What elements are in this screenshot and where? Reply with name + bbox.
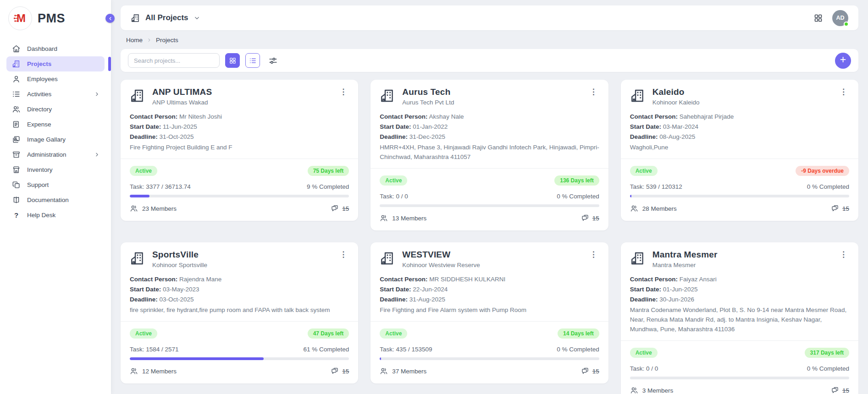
grid-view-button[interactable]	[225, 53, 240, 68]
project-details: Contact Person: Faiyaz Ansari Start Date…	[630, 274, 849, 334]
deadline-value: 30-Jun-2026	[659, 296, 694, 303]
divider	[621, 340, 858, 341]
home-icon	[12, 44, 21, 53]
receipt-icon	[12, 120, 21, 129]
users-icon	[130, 204, 138, 213]
divider	[621, 159, 858, 159]
start-date-value: 03-May-2023	[163, 286, 199, 293]
chat-button[interactable]: 15	[331, 204, 349, 213]
building-icon	[380, 251, 395, 266]
messages-icon	[581, 367, 589, 375]
breadcrumb-projects[interactable]: Projects	[156, 37, 178, 44]
divider	[370, 168, 608, 169]
chat-button[interactable]: 15	[831, 386, 849, 394]
sidebar-item-administration[interactable]: Administration	[6, 147, 105, 162]
kebab-menu-button[interactable]: ⋮	[838, 87, 849, 97]
list-view-button[interactable]	[245, 53, 260, 68]
apps-grid-button[interactable]	[813, 13, 823, 23]
progress-bar	[380, 357, 599, 360]
users-icon	[12, 105, 21, 114]
status-badge: Active	[130, 166, 157, 176]
deadline-value: 31-Oct-2025	[160, 133, 194, 140]
chat-count: 15	[342, 368, 349, 375]
contact-person-value: MR SIDDHESH KULKARNI	[429, 276, 505, 283]
sidebar-item-employees[interactable]: Employees	[6, 71, 105, 87]
sidebar-item-dashboard[interactable]: Dashboard	[6, 41, 105, 56]
project-card-anp-ultimas[interactable]: ANP ULTIMAS ANP Ultimas Wakad ⋮ Contact …	[121, 80, 358, 221]
kebab-menu-button[interactable]: ⋮	[838, 250, 849, 259]
chat-button[interactable]: 15	[581, 367, 599, 375]
project-subtitle: Aurus Tech Pvt Ltd	[402, 99, 454, 106]
page-title: All Projects	[145, 13, 188, 22]
messages-icon	[331, 367, 339, 375]
progress-bar	[630, 377, 849, 379]
status-badge: Active	[630, 166, 658, 176]
kebab-menu-button[interactable]: ⋮	[337, 250, 349, 259]
users-icon	[130, 367, 138, 375]
project-description: Fire Fighting and Fire Alarm system with…	[380, 305, 599, 315]
images-icon	[12, 135, 21, 144]
project-description: Fire Fighting Project Building E and F	[130, 142, 349, 152]
task-count: Task: 539 / 120312	[630, 183, 682, 190]
chat-button[interactable]: 15	[581, 214, 599, 222]
project-details: Contact Person: Mr Nitesh Joshi Start Da…	[130, 112, 349, 152]
progress-bar	[130, 357, 349, 360]
app-root: M PMS Dashboard Projects Employees	[0, 0, 868, 394]
progress-fill	[630, 195, 632, 197]
sidebar-item-documentation[interactable]: Documentation	[6, 192, 105, 208]
breadcrumb-home[interactable]: Home	[126, 37, 143, 44]
list-icon	[12, 90, 21, 98]
sidebar-item-help-desk[interactable]: ? Help Desk	[6, 208, 105, 223]
start-date-value: 03-Mar-2024	[663, 123, 698, 130]
status-badge: Active	[380, 328, 407, 339]
completed-percent: 61 % Completed	[304, 346, 349, 353]
project-card-kaleido[interactable]: Kaleido Kohinoor Kaleido ⋮ Contact Perso…	[621, 80, 858, 221]
kebab-menu-button[interactable]: ⋮	[588, 87, 599, 97]
members-count: 3 Members	[630, 386, 674, 394]
users-icon	[380, 367, 388, 375]
sidebar-item-activities[interactable]: Activities	[6, 87, 105, 102]
filter-sliders-button[interactable]	[265, 53, 280, 68]
project-details: Contact Person: Sahebhajrat Pirjade Star…	[630, 112, 849, 152]
project-card-aurus-tech[interactable]: Aurus Tech Aurus Tech Pvt Ltd ⋮ Contact …	[370, 80, 608, 230]
add-project-button[interactable]: +	[835, 53, 851, 69]
task-count: Task: 1584 / 2571	[130, 346, 179, 353]
sidebar-item-image-gallery[interactable]: Image Gallary	[6, 132, 105, 147]
contact-person-value: Rajendra Mane	[179, 276, 221, 283]
project-card-sportsville[interactable]: SportsVille Kohinoor Sportsville ⋮ Conta…	[121, 242, 358, 383]
sidebar-item-projects[interactable]: Projects	[6, 56, 105, 71]
contact-person-value: Faiyaz Ansari	[680, 276, 717, 283]
days-left-badge: 47 Days left	[308, 328, 349, 339]
sidebar-item-inventory[interactable]: Inventory	[6, 162, 105, 177]
chat-button[interactable]: 15	[331, 367, 349, 375]
deadline-value: 03-Oct-2025	[160, 296, 194, 303]
sidebar-item-directory[interactable]: Directory	[6, 102, 105, 117]
start-date-value: 22-Jun-2024	[413, 286, 448, 293]
contact-person-value: Mr Nitesh Joshi	[179, 113, 222, 120]
sidebar-item-expense[interactable]: Expense	[6, 117, 105, 132]
project-subtitle: Mantra Mesmer	[652, 262, 718, 268]
messages-icon	[581, 214, 589, 222]
sidebar-collapse-button[interactable]	[105, 14, 115, 23]
project-card-mantra-mesmer[interactable]: Mantra Mesmer Mantra Mesmer ⋮ Contact Pe…	[621, 242, 858, 394]
kebab-menu-button[interactable]: ⋮	[337, 87, 349, 97]
chat-button[interactable]: 15	[831, 204, 849, 213]
members-count: 28 Members	[630, 204, 677, 213]
sidebar-item-support[interactable]: Support	[6, 177, 105, 192]
kebab-menu-button[interactable]: ⋮	[588, 250, 599, 259]
days-left-badge: 136 Days left	[554, 175, 599, 186]
chat-count: 15	[342, 205, 349, 212]
progress-bar	[380, 204, 599, 207]
divider	[121, 159, 358, 159]
chevron-down-icon	[194, 15, 200, 22]
sidebar-nav: Dashboard Projects Employees Activities …	[0, 38, 111, 223]
building-icon	[630, 251, 646, 266]
search-input[interactable]	[128, 53, 220, 68]
chat-count: 15	[592, 215, 599, 222]
project-filter-dropdown[interactable]: All Projects	[131, 13, 200, 23]
user-avatar[interactable]: AD	[832, 10, 848, 26]
task-count: Task: 435 / 153509	[380, 346, 432, 353]
online-status-dot	[844, 22, 849, 27]
project-card-westview[interactable]: WESTVIEW Kohinoor Westview Reserve ⋮ Con…	[370, 242, 608, 383]
project-grid: ANP ULTIMAS ANP Ultimas Wakad ⋮ Contact …	[121, 80, 858, 394]
